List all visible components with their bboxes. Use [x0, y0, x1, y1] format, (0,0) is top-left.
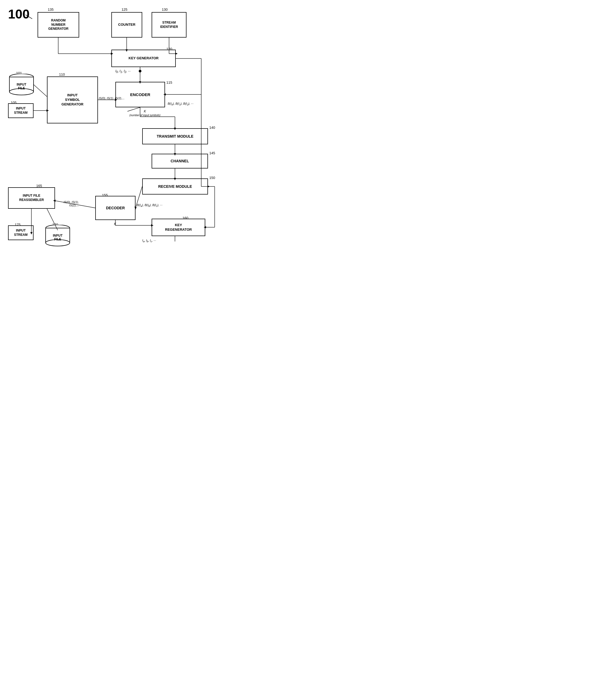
is-label-bottom: IS(0), IS(1),IS(2),... [64, 200, 79, 207]
diagram: 100 135 125 130 RANDOMNUMBERGENERATOR CO… [0, 0, 268, 322]
diagram-lines [0, 0, 268, 322]
input-stream-105-box: INPUTSTREAM [8, 103, 33, 118]
ref-150: 150 [209, 176, 215, 180]
stream-identifier-box: STREAMIDENTIFIER [152, 12, 186, 38]
ref-125: 125 [122, 7, 127, 11]
b-iabc-label: B(Ia), B(Ib), B(Ic), ··· [137, 203, 162, 207]
transmit-module-box: TRANSMIT MODULE [142, 128, 208, 144]
svg-text:FILE: FILE [54, 238, 61, 241]
is-label-top: IS(0), IS(1), IS(2),... [99, 97, 125, 100]
k-label-top: K(number of input symbols) [123, 109, 166, 117]
svg-text:FILE: FILE [18, 86, 25, 90]
ref-140: 140 [209, 126, 215, 130]
ref-135: 135 [48, 7, 54, 11]
ref-115: 115 [166, 80, 172, 84]
counter-box: COUNTER [111, 12, 142, 38]
ref-130: 130 [162, 7, 168, 11]
key-regenerator-box: KEYREGENERATOR [152, 219, 205, 236]
channel-box: CHANNEL [152, 154, 208, 169]
input-symbol-generator-box: INPUTSYMBOLGENERATOR [47, 76, 98, 123]
ia-ib-ic-label: Ia, Ib, Ic, ··· [142, 239, 156, 243]
input-file-reassembler-box: INPUT FILEREASSEMBLER [8, 187, 55, 209]
k-label-bottom: K [114, 222, 116, 226]
i-keys-label: I0, I1, I2, ··· [116, 69, 131, 74]
random-number-generator-box: RANDOMNUMBERGENERATOR [38, 12, 79, 38]
encoder-box: ENCODER [116, 82, 165, 107]
b-i-label: B(I0), B(I1), B(I2), ··· [168, 102, 194, 106]
svg-line-26 [33, 84, 47, 97]
key-generator-box: KEY GENERATOR [111, 50, 176, 67]
receive-module-box: RECEIVE MODULE [142, 178, 208, 195]
input-file-170-cylinder: INPUT FILE [44, 225, 71, 246]
decoder-box: DECODER [95, 196, 135, 220]
svg-text:INPUT: INPUT [17, 83, 27, 86]
input-stream-175-box: INPUTSTREAM [8, 225, 33, 240]
input-file-101-cylinder: INPUT FILE [8, 74, 35, 95]
ref-145: 145 [209, 151, 215, 155]
diagram-title: 100 [8, 7, 29, 22]
ref-110: 110 [59, 72, 65, 76]
svg-text:INPUT: INPUT [53, 234, 63, 238]
svg-point-21 [139, 70, 142, 72]
